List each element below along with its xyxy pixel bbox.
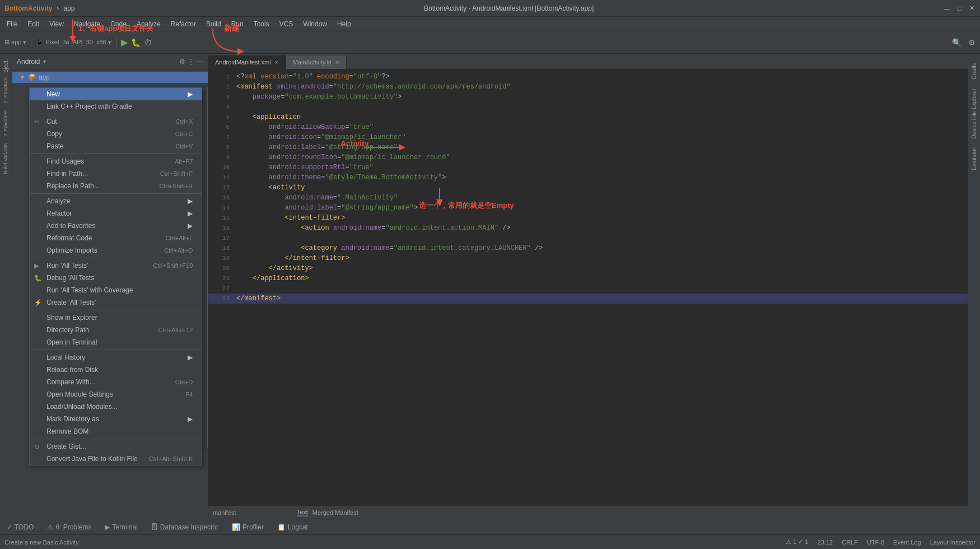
menu-code[interactable]: Code (106, 19, 131, 29)
submenu-image-asset[interactable]: 🖼 Image Asset (208, 217, 208, 229)
submenu-wear[interactable]: Wear ▶ (208, 346, 208, 358)
submenu-module[interactable]: 📦 Module (208, 88, 208, 100)
ctx-analyze[interactable]: Analyze ▶ (30, 195, 202, 207)
favorites-tab[interactable]: 2: Favorites (2, 108, 9, 139)
tab-merged-manifest[interactable]: Merged Manifest (312, 509, 358, 516)
layout-inspector[interactable]: Layout Inspector (930, 539, 976, 546)
menu-tools[interactable]: Tools (249, 19, 274, 29)
submenu-editorconfig[interactable]: 📄 EditorConfig File (208, 422, 208, 435)
submenu-kotlin-script[interactable]: κ Kotlin Script (208, 244, 208, 257)
tab-text[interactable]: Text (297, 509, 308, 517)
database-inspector-tab[interactable]: 🗄 Database Inspector (149, 522, 221, 532)
ctx-create-gist[interactable]: ⊙ Create Gist... (30, 440, 202, 453)
minimize-button[interactable]: — (943, 4, 951, 12)
submenu-activity[interactable]: Activity ▶ (208, 272, 208, 284)
ctx-dir-path[interactable]: Directory Path Ctrl+Alt+F12 (30, 324, 202, 336)
menu-help[interactable]: Help (333, 19, 356, 29)
menu-build[interactable]: Build (202, 19, 226, 29)
ctx-reformat[interactable]: Reformat Code Ctrl+Alt+L (30, 232, 202, 244)
problems-tab[interactable]: ⚠ 6: Problems (45, 522, 94, 532)
ctx-module-settings[interactable]: Open Module Settings F4 (30, 388, 202, 401)
tab-close-mainactivity[interactable]: ✕ (335, 59, 339, 66)
menu-window[interactable]: Window (298, 19, 332, 29)
dropdown-icon[interactable]: ▾ (43, 58, 46, 64)
submenu-cpp-class[interactable]: ⬡ C++ Class (208, 177, 208, 189)
device-file-explorer-tab[interactable]: Device File Explorer (970, 84, 978, 143)
profile-button[interactable]: ⏱ (144, 38, 152, 47)
submenu-directory[interactable]: 📁 Directory (208, 162, 208, 174)
submenu-folder[interactable]: Folder ▶ (208, 296, 208, 309)
submenu-sample-data[interactable]: 📁 Sample Data Directory (208, 125, 208, 137)
ctx-link-cpp[interactable]: Link C++ Project with Gradle (30, 100, 202, 113)
ctx-copy[interactable]: Copy Ctrl+C (30, 128, 202, 140)
submenu-uicomponent[interactable]: UiComponent ▶ (208, 321, 208, 333)
todo-tab[interactable]: ✓ TODO (4, 522, 36, 532)
ctx-find-usages[interactable]: Find Usages Alt+F7 (30, 155, 202, 168)
event-log[interactable]: Event Log (893, 539, 921, 546)
settings-toolbar-button[interactable]: ⚙ (968, 38, 976, 47)
menu-vcs[interactable]: VCS (275, 19, 298, 29)
tree-item-app[interactable]: ▼ 📦 app (12, 72, 208, 83)
project-selector[interactable]: ⊞ app ▾ (4, 39, 26, 46)
submenu-xml[interactable]: XML ▶ (208, 358, 208, 370)
ctx-run-coverage[interactable]: Run 'All Tests' with Coverage (30, 284, 202, 296)
menu-file[interactable]: File (2, 19, 22, 29)
tab-android-manifest[interactable]: AndroidManifest.xml ✕ (208, 55, 286, 69)
more-icon[interactable]: ⋮ (188, 58, 194, 66)
submenu-cpp-header[interactable]: 📄 C/C++ Header File (208, 202, 208, 214)
submenu-resource-bundle[interactable]: 📦 Resource Bundle (208, 435, 208, 447)
close-button[interactable]: ✕ (968, 4, 976, 12)
code-area[interactable]: 1 <?xml version="1.0" encoding="utf-8"?>… (208, 69, 968, 505)
gear-icon[interactable]: ⚙ (179, 58, 185, 66)
ctx-local-history[interactable]: Local History ▶ (30, 351, 202, 364)
ctx-new[interactable]: New ▶ (30, 88, 202, 100)
submenu-cpp-source[interactable]: 📄 C/C++ Source File (208, 189, 208, 202)
menu-run[interactable]: Run (227, 19, 248, 29)
run-button[interactable]: ▶ (121, 37, 128, 48)
structure-tab[interactable]: 2: Structure (2, 75, 9, 106)
submenu-other[interactable]: Other ▶ (208, 407, 208, 420)
submenu-vector-asset[interactable]: ◈ Vector Asset (208, 229, 208, 241)
ctx-refactor[interactable]: Refactor ▶ (30, 207, 202, 220)
emulator-tab[interactable]: Emulator (970, 143, 978, 175)
ctx-replace-path[interactable]: Replace in Path... Ctrl+Shift+R (30, 180, 202, 192)
profiler-tab[interactable]: 📊 Profiler (230, 522, 266, 532)
tab-close-manifest[interactable]: ✕ (274, 59, 279, 66)
submenu-file[interactable]: 📄 File (208, 137, 208, 150)
submenu-scratch-file[interactable]: 📄 Scratch File Ctrl+Alt+Shift+Insert (208, 150, 208, 162)
ctx-reload[interactable]: Reload from Disk (30, 364, 202, 376)
ctx-convert-java[interactable]: Convert Java File to Kotlin File Ctrl+Al… (30, 453, 202, 465)
ctx-compare[interactable]: Compare With... Ctrl+D (30, 376, 202, 388)
maximize-button[interactable]: □ (955, 4, 963, 12)
ctx-run-all-tests[interactable]: ▶ Run 'All Tests' Ctrl+Shift+F10 (30, 259, 202, 272)
ctx-debug-all-tests[interactable]: 🐛 Debug 'All Tests' (30, 272, 202, 284)
ctx-load-unload[interactable]: Load/Unload Modules... (30, 401, 202, 413)
device-selector[interactable]: 📱 Pixel_3a_API_30_x86 ▾ (36, 39, 111, 46)
ctx-cut[interactable]: ✂ Cut Ctrl+X (30, 115, 202, 128)
submenu-service[interactable]: Service ▶ (208, 309, 208, 321)
submenu-google[interactable]: Google ▶ (208, 395, 208, 407)
ctx-remove-bom[interactable]: Remove BOM (30, 425, 202, 438)
build-variants-tab[interactable]: Build Variants (2, 141, 9, 176)
submenu-aidl[interactable]: AIDL ▶ (208, 370, 208, 383)
menu-navigate[interactable]: Navigate (69, 19, 105, 29)
ctx-optimize-imports[interactable]: Optimize Imports Ctrl+Alt+O (30, 244, 202, 257)
menu-refactor[interactable]: Refactor (166, 19, 200, 29)
ctx-show-explorer[interactable]: Show in Explorer (30, 311, 202, 324)
gradle-tab[interactable]: Gradle (970, 58, 978, 84)
ctx-open-terminal[interactable]: Open in Terminal (30, 336, 202, 348)
ctx-mark-directory[interactable]: Mark Directory as ▶ (30, 413, 202, 425)
minimize-panel-icon[interactable]: — (197, 58, 203, 66)
logcat-tab[interactable]: 📋 Logcat (275, 522, 310, 532)
menu-analyze[interactable]: Analyze (132, 19, 165, 29)
submenu-android-resource-dir[interactable]: 📁 Android Resource Directory (208, 113, 208, 125)
submenu-kotlin-worksheet[interactable]: κ Kotlin Worksheet (208, 257, 208, 269)
terminal-tab[interactable]: ▶ Terminal (102, 522, 139, 532)
ctx-create-all-tests[interactable]: ⚡ Create 'All Tests' (30, 296, 202, 309)
submenu-widget[interactable]: Widget ▶ (208, 383, 208, 395)
debug-button[interactable]: 🐛 (131, 38, 141, 47)
menu-edit[interactable]: Edit (23, 19, 44, 29)
ctx-paste[interactable]: Paste Ctrl+V (30, 140, 202, 152)
submenu-automotive[interactable]: Automotive ▶ (208, 333, 208, 346)
menu-view[interactable]: View (45, 19, 68, 29)
